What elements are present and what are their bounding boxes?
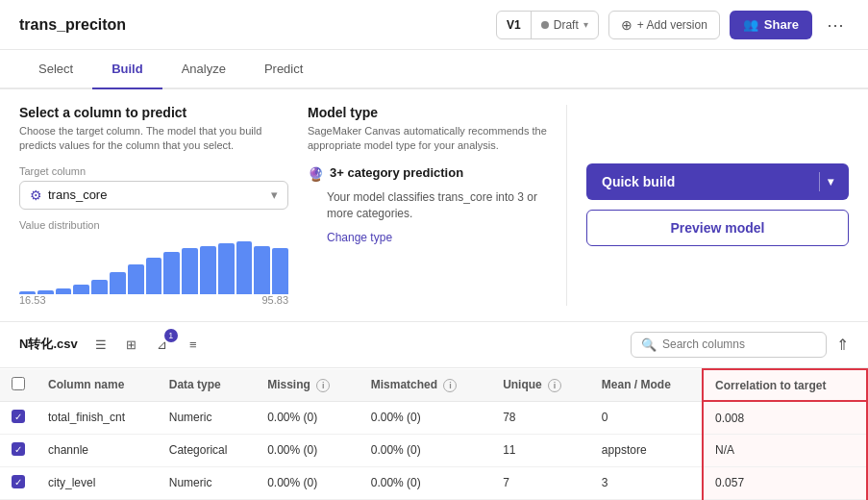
filter-badge: 1 bbox=[164, 329, 178, 342]
model-classify-text: Your model classifies trans_core into 3 … bbox=[327, 189, 547, 222]
preview-model-button[interactable]: Preview model bbox=[586, 210, 849, 246]
chevron-down-icon: ▾ bbox=[828, 175, 833, 188]
row-unique: 78 bbox=[491, 401, 590, 434]
list-view-icon[interactable]: ☰ bbox=[89, 333, 112, 356]
chart-bar bbox=[236, 241, 253, 294]
missing-info-icon[interactable]: i bbox=[316, 379, 330, 392]
row-checkbox-cell[interactable] bbox=[0, 401, 37, 434]
row-correlation: N/A bbox=[703, 434, 867, 466]
version-selector[interactable]: V1 Draft ▾ bbox=[496, 11, 599, 39]
row-unique: 11 bbox=[491, 434, 590, 466]
target-column-label: Target column bbox=[19, 165, 288, 177]
row-mean-mode: 0 bbox=[590, 401, 703, 434]
chart-bar bbox=[56, 288, 72, 294]
add-version-button[interactable]: ⊕ + Add version bbox=[608, 11, 720, 39]
chart-bar bbox=[272, 248, 288, 294]
chart-bar bbox=[218, 243, 235, 294]
chart-container: 16.53 95.83 bbox=[19, 237, 288, 306]
row-data-type: Numeric bbox=[158, 466, 256, 499]
unique-info-icon[interactable]: i bbox=[548, 379, 561, 392]
model-type-title: Model type bbox=[308, 105, 547, 120]
chart-bar bbox=[146, 258, 162, 294]
header-actions: V1 Draft ▾ ⊕ + Add version 👥 Share ⋯ bbox=[496, 11, 849, 39]
add-version-icon: ⊕ bbox=[621, 17, 632, 33]
chart-bar bbox=[37, 290, 54, 294]
tabs: Select Build Analyze Predict bbox=[0, 50, 868, 89]
chart-labels: 16.53 95.83 bbox=[19, 294, 288, 306]
row-checkbox-cell[interactable] bbox=[0, 434, 37, 466]
header: trans_preciton V1 Draft ▾ ⊕ + Add versio… bbox=[0, 0, 868, 50]
share-label: Share bbox=[764, 17, 799, 32]
model-type-desc: SageMaker Canvas automatically recommend… bbox=[308, 124, 547, 154]
row-unique: 7 bbox=[491, 466, 590, 499]
row-mean-mode: appstore bbox=[590, 434, 703, 466]
chart-bar bbox=[91, 280, 108, 294]
th-checkbox[interactable] bbox=[0, 369, 37, 402]
th-correlation: Correlation to target bbox=[703, 369, 867, 402]
collapse-icon[interactable]: ⇑ bbox=[836, 336, 849, 354]
toolbar-icons: ☰ ⊞ ⊿ 1 ≡ bbox=[89, 333, 205, 356]
draft-label: Draft bbox=[554, 18, 579, 32]
tab-build[interactable]: Build bbox=[92, 50, 162, 89]
middle-panel: Model type SageMaker Canvas automaticall… bbox=[308, 105, 567, 306]
row-mean-mode: 3 bbox=[590, 466, 703, 499]
divider bbox=[819, 172, 820, 191]
data-table-container: Column name Data type Missing i Mismatch… bbox=[0, 368, 868, 500]
th-missing: Missing i bbox=[256, 369, 360, 402]
tab-analyze[interactable]: Analyze bbox=[162, 50, 245, 89]
filter-icon[interactable]: ⊿ 1 bbox=[151, 333, 174, 356]
value-distribution-label: Value distribution bbox=[19, 219, 288, 231]
left-panel: Select a column to predict Choose the ta… bbox=[19, 105, 288, 306]
table-section: N转化.csv ☰ ⊞ ⊿ 1 ≡ 🔍 ⇑ bbox=[0, 322, 868, 500]
table-toolbar: N转化.csv ☰ ⊞ ⊿ 1 ≡ 🔍 ⇑ bbox=[0, 322, 868, 368]
search-input[interactable] bbox=[662, 338, 816, 351]
mismatched-info-icon[interactable]: i bbox=[443, 379, 457, 392]
tab-predict[interactable]: Predict bbox=[245, 50, 322, 89]
search-columns-input[interactable]: 🔍 bbox=[631, 332, 827, 358]
toolbar-left: N转化.csv ☰ ⊞ ⊿ 1 ≡ bbox=[19, 333, 205, 356]
share-button[interactable]: 👥 Share bbox=[730, 11, 812, 39]
th-unique: Unique i bbox=[491, 369, 590, 402]
chart-bar bbox=[128, 264, 144, 294]
row-column-name: channle bbox=[37, 434, 158, 466]
table-row: city_level Numeric 0.00% (0) 0.00% (0) 7… bbox=[0, 466, 867, 499]
row-mismatched: 0.00% (0) bbox=[360, 401, 491, 434]
row-correlation: 0.057 bbox=[703, 466, 867, 499]
data-table: Column name Data type Missing i Mismatch… bbox=[0, 368, 868, 500]
search-icon: 🔍 bbox=[641, 338, 657, 352]
version-label: V1 bbox=[497, 12, 532, 38]
row-mismatched: 0.00% (0) bbox=[360, 434, 491, 466]
target-column-icon: ⚙ bbox=[30, 188, 42, 203]
right-panel: Quick build ▾ Preview model bbox=[586, 105, 849, 306]
more-options-button[interactable]: ⋯ bbox=[822, 12, 849, 38]
table-row: total_finish_cnt Numeric 0.00% (0) 0.00%… bbox=[0, 401, 867, 434]
row-checkbox[interactable] bbox=[12, 442, 25, 456]
row-missing: 0.00% (0) bbox=[256, 434, 360, 466]
chart-bar bbox=[163, 252, 180, 294]
add-version-label: + Add version bbox=[637, 18, 707, 32]
row-checkbox-cell[interactable] bbox=[0, 466, 37, 499]
row-column-name: total_finish_cnt bbox=[37, 401, 158, 434]
row-missing: 0.00% (0) bbox=[256, 401, 360, 434]
row-checkbox[interactable] bbox=[12, 410, 25, 423]
row-mismatched: 0.00% (0) bbox=[360, 466, 491, 499]
chart-bar bbox=[182, 248, 198, 294]
preview-model-label: Preview model bbox=[670, 220, 764, 236]
target-column-selector[interactable]: ⚙ trans_core ▾ bbox=[19, 181, 288, 210]
badge-icon: 🔮 bbox=[308, 166, 324, 182]
th-column-name: Column name bbox=[37, 369, 158, 402]
quick-build-button[interactable]: Quick build ▾ bbox=[586, 163, 849, 200]
grid-view-icon[interactable]: ⊞ bbox=[120, 333, 143, 356]
sort-icon[interactable]: ≡ bbox=[182, 333, 205, 356]
row-missing: 0.00% (0) bbox=[256, 466, 360, 499]
change-type-link[interactable]: Change type bbox=[327, 231, 547, 244]
table-body: total_finish_cnt Numeric 0.00% (0) 0.00%… bbox=[0, 401, 867, 500]
version-draft[interactable]: Draft ▾ bbox=[532, 12, 598, 38]
chart-min-label: 16.53 bbox=[19, 294, 46, 306]
chart-bar bbox=[254, 246, 270, 294]
tab-select[interactable]: Select bbox=[19, 50, 92, 89]
row-data-type: Categorical bbox=[158, 434, 256, 466]
row-checkbox[interactable] bbox=[12, 475, 25, 488]
select-all-checkbox[interactable] bbox=[12, 377, 25, 390]
main-content: Select a column to predict Choose the ta… bbox=[0, 89, 868, 322]
